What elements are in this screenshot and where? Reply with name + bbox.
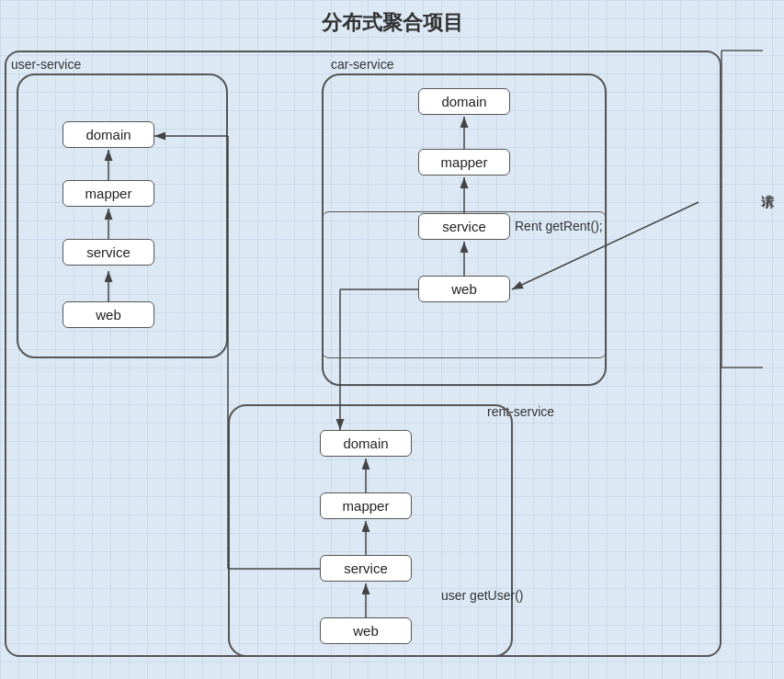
car-web-box: web [418,276,510,302]
get-user-label: user getUser() [441,588,523,603]
rent-web-box: web [320,617,412,644]
canvas: 分布式聚合项目 user-service domain mapper servi… [0,0,784,679]
user-domain-box: domain [62,121,154,148]
user-mapper-box: mapper [62,180,154,207]
rent-mapper-box: mapper [320,492,412,519]
page-title: 分布式聚合项目 [322,9,463,37]
car-domain-box: domain [418,88,510,115]
user-service-label: user-service [11,57,81,72]
rent-domain-box: domain [320,430,412,457]
get-rent-label: Rent getRent(); [515,219,603,233]
car-service-box: service [418,213,510,240]
car-mapper-box: mapper [418,149,510,175]
rent-service-box: service [320,555,412,582]
user-web-box: web [62,301,154,328]
car-service-label: car-service [331,57,393,72]
user-service-box: service [62,239,154,266]
